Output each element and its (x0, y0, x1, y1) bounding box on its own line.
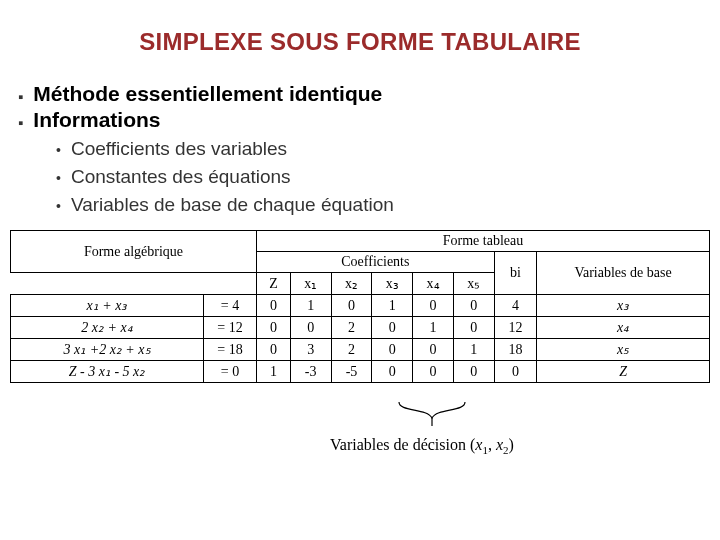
table-row: Z - 3 x₁ - 5 x₂ = 0 1 -3 -5 0 0 0 0 Z (11, 361, 710, 383)
cell: 0 (453, 317, 494, 339)
bullet-level1: ▪Informations (18, 108, 702, 132)
cell-basevar: x₅ (537, 339, 710, 361)
cell: 1 (372, 295, 413, 317)
cell-basevar: x₄ (537, 317, 710, 339)
alg-rhs: = 4 (204, 295, 257, 317)
cell-bi: 12 (494, 317, 536, 339)
annot-text: Variables de décision ( (330, 436, 475, 453)
cell: -3 (290, 361, 331, 383)
cell: 1 (413, 317, 454, 339)
col-Z: Z (257, 273, 291, 295)
brace-icon (397, 400, 467, 428)
cell: 0 (331, 295, 372, 317)
square-bullet-icon: ▪ (18, 114, 23, 131)
cell: 0 (257, 317, 291, 339)
cell: 2 (331, 317, 372, 339)
alg-lhs: 2 x₂ + x₄ (11, 317, 204, 339)
cell: 0 (413, 339, 454, 361)
cell: 0 (290, 317, 331, 339)
cell: 0 (372, 339, 413, 361)
bullet-level2: •Variables de base de chaque équation (56, 194, 702, 216)
cell: 0 (372, 361, 413, 383)
alg-lhs: 3 x₁ +2 x₂ + x₅ (11, 339, 204, 361)
cell: 1 (453, 339, 494, 361)
table-row: 2 x₂ + x₄ = 12 0 0 2 0 1 0 12 x₄ (11, 317, 710, 339)
table-row: 3 x₁ +2 x₂ + x₅ = 18 0 3 2 0 0 1 18 x₅ (11, 339, 710, 361)
cell: 2 (331, 339, 372, 361)
cell: 0 (413, 361, 454, 383)
slide-title: SIMPLEXE SOUS FORME TABULAIRE (0, 28, 720, 56)
bullet-list: ▪Méthode essentiellement identique ▪Info… (18, 82, 702, 216)
forms-table: Forme algébrique Forme tableau Coefficie… (10, 230, 710, 383)
cell: 0 (257, 295, 291, 317)
col-x4: x₄ (413, 273, 454, 295)
dot-bullet-icon: • (56, 142, 61, 158)
header-tableau: Forme tableau (257, 231, 710, 252)
cell: 1 (290, 295, 331, 317)
cell: 0 (453, 295, 494, 317)
square-bullet-icon: ▪ (18, 88, 23, 105)
dot-bullet-icon: • (56, 198, 61, 214)
bullet-text: Coefficients des variables (71, 138, 287, 160)
annot-post: ) (509, 436, 514, 453)
cell-bi: 0 (494, 361, 536, 383)
bullet-text: Méthode essentiellement identique (33, 82, 382, 106)
alg-rhs: = 12 (204, 317, 257, 339)
cell-basevar: x₃ (537, 295, 710, 317)
alg-lhs: Z - 3 x₁ - 5 x₂ (11, 361, 204, 383)
cell: 0 (257, 339, 291, 361)
col-x1: x₁ (290, 273, 331, 295)
col-x5: x₅ (453, 273, 494, 295)
cell-bi: 18 (494, 339, 536, 361)
bullet-level1: ▪Méthode essentiellement identique (18, 82, 702, 106)
cell: 0 (413, 295, 454, 317)
bullet-level2: •Coefficients des variables (56, 138, 702, 160)
bullet-text: Informations (33, 108, 160, 132)
decision-vars-annotation: Variables de décision (x1, x2) (330, 436, 514, 456)
col-x2: x₂ (331, 273, 372, 295)
header-coefficients: Coefficients (257, 252, 495, 273)
cell-bi: 4 (494, 295, 536, 317)
bullet-text: Constantes des équations (71, 166, 291, 188)
table-row: x₁ + x₃ = 4 0 1 0 1 0 0 4 x₃ (11, 295, 710, 317)
cell: 1 (257, 361, 291, 383)
alg-lhs: x₁ + x₃ (11, 295, 204, 317)
annot-x2: x (496, 436, 503, 453)
header-basevars: Variables de base (537, 252, 710, 295)
cell: 3 (290, 339, 331, 361)
dot-bullet-icon: • (56, 170, 61, 186)
cell: -5 (331, 361, 372, 383)
cell: 0 (372, 317, 413, 339)
bullet-text: Variables de base de chaque équation (71, 194, 394, 216)
header-bi: bi (494, 252, 536, 295)
col-x3: x₃ (372, 273, 413, 295)
alg-rhs: = 0 (204, 361, 257, 383)
annot-mid: , (488, 436, 496, 453)
cell-basevar: Z (537, 361, 710, 383)
header-algebraic: Forme algébrique (11, 231, 257, 273)
cell: 0 (453, 361, 494, 383)
bullet-level2: •Constantes des équations (56, 166, 702, 188)
alg-rhs: = 18 (204, 339, 257, 361)
